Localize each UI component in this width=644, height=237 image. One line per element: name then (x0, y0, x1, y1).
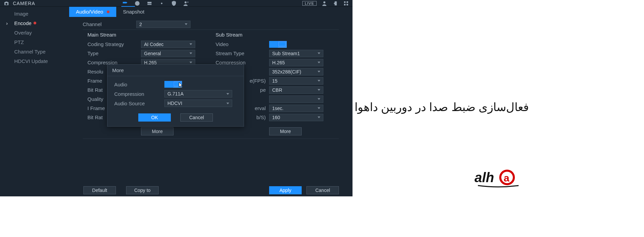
caption-text: فعال‌سازی ضبط صدا در دوربین داهوا (355, 100, 529, 114)
sidebar: Image Encode Overlay PTZ Channel Type HD… (0, 7, 69, 179)
sidebar-item-hdcvi-update[interactable]: HDCVI Update (0, 56, 69, 66)
field-label: Type (87, 50, 141, 56)
field-label: Audio Source (114, 101, 164, 106)
svg-text:alh: alh (475, 170, 494, 185)
live-badge[interactable]: LIVE (302, 1, 317, 6)
tab-label: Snapshot (123, 7, 144, 17)
nav-security-icon[interactable] (171, 0, 177, 6)
toggle-knob (278, 41, 286, 47)
stream-type-select[interactable]: Sub Stream1 (269, 50, 323, 57)
tab-audio-video[interactable]: Audio/Video (69, 7, 116, 17)
topbar: CAMERA LIVE (0, 0, 353, 7)
chevron-down-icon (318, 71, 320, 72)
select-value: Sub Stream1 (272, 51, 300, 56)
apply-button[interactable]: Apply (269, 186, 302, 194)
coding-strategy-select[interactable]: AI Codec (141, 41, 195, 48)
channel-select[interactable]: 2 (136, 21, 190, 28)
copy-to-button[interactable]: Copy to (126, 186, 159, 194)
type-select[interactable]: General (141, 50, 195, 57)
sub-video-toggle[interactable] (269, 41, 287, 48)
sidebar-item-image[interactable]: Image (0, 9, 69, 18)
select-value: 160 (272, 115, 280, 120)
tab-label: Audio/Video (76, 7, 103, 17)
logout-icon[interactable] (332, 0, 338, 6)
field-label: Coding Strategy (87, 41, 141, 47)
dialog-title: More (107, 65, 244, 76)
chevron-down-icon (318, 52, 320, 54)
chevron-down-icon (226, 93, 229, 95)
camera-icon (3, 0, 9, 6)
cancel-button[interactable]: Cancel (306, 186, 339, 194)
chevron-down-icon (185, 23, 187, 25)
sidebar-item-encode[interactable]: Encode (0, 18, 69, 28)
page-title: CAMERA (13, 1, 35, 6)
sidebar-item-label: Channel Type (14, 49, 45, 55)
sub-kbps-select[interactable]: 160 (269, 114, 323, 121)
main-more-button[interactable]: More (141, 127, 174, 135)
select-value: AI Codec (144, 42, 164, 47)
svg-rect-7 (344, 1, 346, 3)
sidebar-item-channel-type[interactable]: Channel Type (0, 47, 69, 56)
sidebar-item-label: PTZ (14, 39, 24, 45)
sub-quality-select (269, 95, 323, 103)
nav-account-icon[interactable] (183, 0, 189, 6)
brand-logo: alh a (475, 168, 522, 190)
sub-more-button[interactable]: More (269, 127, 302, 135)
select-value: 15 (272, 78, 278, 84)
select-value: H.265 (272, 60, 285, 65)
sub-interval-select[interactable]: 1sec. (269, 105, 323, 112)
grid-icon[interactable] (343, 0, 349, 6)
dialog-ok-button[interactable]: OK (138, 113, 171, 122)
chevron-down-icon (318, 80, 320, 82)
svg-point-0 (135, 1, 140, 6)
sub-fps-select[interactable]: 15 (269, 77, 323, 85)
chevron-down-icon (226, 103, 229, 104)
default-button[interactable]: Default (83, 186, 116, 194)
svg-rect-1 (147, 2, 152, 3)
tab-snapshot[interactable]: Snapshot (116, 7, 151, 17)
chevron-down-icon (189, 62, 192, 63)
select-value: G.711A (167, 91, 183, 96)
chevron-down-icon (318, 98, 320, 100)
sub-stream-head: Sub Stream (216, 32, 334, 38)
svg-point-6 (323, 1, 325, 3)
sub-compression-select[interactable]: H.265 (269, 59, 323, 66)
chevron-down-icon (318, 89, 320, 91)
field-label: Compression (114, 91, 164, 97)
select-value: CBR (272, 87, 282, 93)
sub-brtype-select[interactable]: CBR (269, 86, 323, 94)
svg-rect-2 (147, 4, 152, 5)
field-label: Video (216, 41, 269, 47)
sub-resolution-select[interactable]: 352x288(CIF) (269, 68, 323, 76)
user-icon[interactable] (321, 0, 327, 6)
select-value: 352x288(CIF) (272, 69, 301, 74)
svg-rect-9 (344, 4, 346, 5)
sidebar-item-label: HDCVI Update (14, 58, 48, 64)
select-value: 2 (139, 22, 142, 27)
sidebar-item-label: Encode (14, 20, 32, 26)
more-dialog: More Audio CompressionG.711A Audio Sourc… (107, 64, 244, 127)
svg-point-3 (161, 2, 163, 4)
select-value: General (144, 51, 161, 56)
footer-buttons: Default Copy to Apply Cancel (83, 186, 339, 194)
sidebar-item-label: Image (14, 11, 28, 17)
nav-network-icon[interactable] (134, 0, 140, 6)
mouse-cursor-icon (179, 82, 183, 89)
dialog-cancel-button[interactable]: Cancel (180, 113, 213, 122)
audio-source-select[interactable]: HDCVI (164, 100, 232, 107)
audio-compression-select[interactable]: G.711A (164, 90, 232, 98)
alert-dot-icon (34, 22, 36, 24)
dvr-app: CAMERA LIVE Image Encode Ov (0, 0, 353, 196)
sidebar-item-ptz[interactable]: PTZ (0, 37, 69, 47)
nav-storage-icon[interactable] (146, 0, 153, 6)
svg-point-5 (187, 1, 188, 2)
nav-system-icon[interactable] (159, 0, 165, 6)
svg-rect-10 (347, 4, 348, 5)
nav-camera-icon[interactable] (122, 0, 128, 6)
chevron-down-icon (318, 116, 320, 118)
field-label: Audio (114, 82, 164, 87)
field-label: Stream Type (216, 50, 269, 56)
svg-point-4 (185, 1, 187, 3)
main-stream-head: Main Stream (87, 32, 206, 38)
sidebar-item-overlay[interactable]: Overlay (0, 28, 69, 37)
